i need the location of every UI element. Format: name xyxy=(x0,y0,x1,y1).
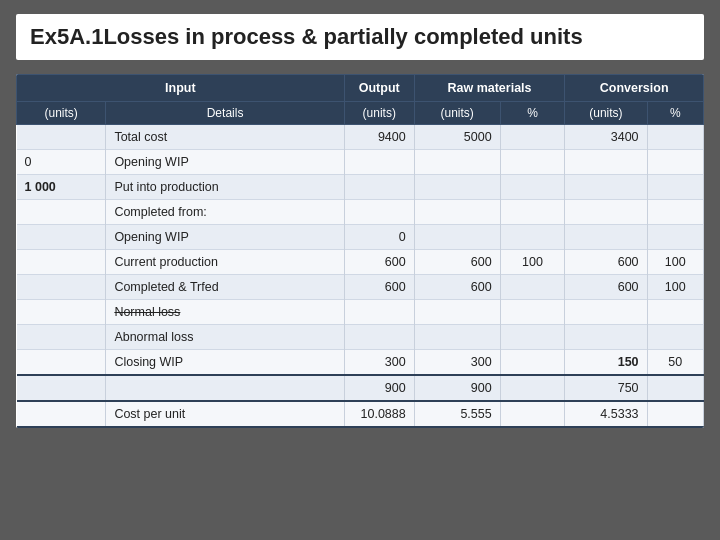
cell-conv-pct: 100 xyxy=(647,275,703,300)
cell-details: Completed & Trfed xyxy=(106,275,344,300)
cell-output xyxy=(344,300,414,325)
page-title: Ex5A.1Losses in process & partially comp… xyxy=(16,14,704,60)
cell-output: 600 xyxy=(344,250,414,275)
cell-raw-pct xyxy=(500,150,565,175)
cell-conv-pct xyxy=(647,401,703,427)
cell-details: Normal loss xyxy=(106,300,344,325)
cell-conv-units xyxy=(565,325,647,350)
cell-output: 10.0888 xyxy=(344,401,414,427)
cell-raw-pct xyxy=(500,175,565,200)
cell-raw-pct xyxy=(500,401,565,427)
cell-raw-units xyxy=(414,300,500,325)
cell-details: Total cost xyxy=(106,125,344,150)
subheader-raw-units: (units) xyxy=(414,102,500,125)
table-row: Completed & Trfed 600 600 600 100 xyxy=(17,275,704,300)
cell-conv-pct xyxy=(647,225,703,250)
cell-units: 1 000 xyxy=(17,175,106,200)
cell-raw-units xyxy=(414,325,500,350)
cell-raw-pct xyxy=(500,375,565,401)
subheader-output-units: (units) xyxy=(344,102,414,125)
cell-conv-units xyxy=(565,175,647,200)
table-row: Closing WIP 300 300 150 50 xyxy=(17,350,704,376)
table-row: 0 Opening WIP xyxy=(17,150,704,175)
cell-output: 300 xyxy=(344,350,414,376)
cell-raw-units: 5.555 xyxy=(414,401,500,427)
cell-raw-pct xyxy=(500,300,565,325)
table-row: Total cost 9400 5000 3400 xyxy=(17,125,704,150)
cell-details: Current production xyxy=(106,250,344,275)
col-input-header: Input xyxy=(17,75,345,102)
cell-units xyxy=(17,350,106,376)
cell-conv-pct xyxy=(647,200,703,225)
cell-units xyxy=(17,200,106,225)
cell-raw-units: 600 xyxy=(414,275,500,300)
cell-conv-units xyxy=(565,300,647,325)
cell-conv-pct xyxy=(647,150,703,175)
cell-conv-pct xyxy=(647,300,703,325)
table-row: Opening WIP 0 xyxy=(17,225,704,250)
cell-units xyxy=(17,300,106,325)
cell-details xyxy=(106,375,344,401)
cell-conv-units: 600 xyxy=(565,275,647,300)
table-row: 900 900 750 xyxy=(17,375,704,401)
normal-loss-label: Normal loss xyxy=(114,305,180,319)
cell-raw-pct xyxy=(500,350,565,376)
cell-raw-units xyxy=(414,175,500,200)
cell-raw-units: 600 xyxy=(414,250,500,275)
subheader-conv-pct: % xyxy=(647,102,703,125)
cell-conv-pct xyxy=(647,175,703,200)
cell-raw-pct xyxy=(500,200,565,225)
cell-conv-units: 3400 xyxy=(565,125,647,150)
cell-conv-units: 600 xyxy=(565,250,647,275)
cell-raw-pct xyxy=(500,275,565,300)
cell-conv-pct: 50 xyxy=(647,350,703,376)
cell-output: 900 xyxy=(344,375,414,401)
cell-raw-pct xyxy=(500,125,565,150)
cell-details: Cost per unit xyxy=(106,401,344,427)
cell-raw-units: 300 xyxy=(414,350,500,376)
cell-output: 9400 xyxy=(344,125,414,150)
cell-units xyxy=(17,225,106,250)
cell-output xyxy=(344,175,414,200)
cell-units xyxy=(17,375,106,401)
subheader-units: (units) xyxy=(17,102,106,125)
cell-raw-pct xyxy=(500,225,565,250)
cell-details: Abnormal loss xyxy=(106,325,344,350)
cell-raw-units xyxy=(414,150,500,175)
subheader-details: Details xyxy=(106,102,344,125)
table-wrapper: Input Output Raw materials Conversion (u… xyxy=(16,74,704,428)
cell-raw-pct: 100 xyxy=(500,250,565,275)
main-container: Ex5A.1Losses in process & partially comp… xyxy=(0,0,720,540)
cell-conv-pct: 100 xyxy=(647,250,703,275)
cell-conv-units: 150 xyxy=(565,350,647,376)
subheader-conv-units: (units) xyxy=(565,102,647,125)
cell-output: 0 xyxy=(344,225,414,250)
cell-details: Put into production xyxy=(106,175,344,200)
table-row: Current production 600 600 100 600 100 xyxy=(17,250,704,275)
cell-output: 600 xyxy=(344,275,414,300)
cell-units xyxy=(17,325,106,350)
cell-units xyxy=(17,275,106,300)
cell-conv-pct xyxy=(647,325,703,350)
cell-conv-units xyxy=(565,150,647,175)
cell-raw-units xyxy=(414,200,500,225)
col-conv-header: Conversion xyxy=(565,75,704,102)
cell-details: Completed from: xyxy=(106,200,344,225)
data-table: Input Output Raw materials Conversion (u… xyxy=(16,74,704,428)
table-row: 1 000 Put into production xyxy=(17,175,704,200)
cell-units: 0 xyxy=(17,150,106,175)
cell-raw-pct xyxy=(500,325,565,350)
subheader-raw-pct: % xyxy=(500,102,565,125)
cell-raw-units xyxy=(414,225,500,250)
cell-details: Closing WIP xyxy=(106,350,344,376)
cell-conv-units: 750 xyxy=(565,375,647,401)
cell-details: Opening WIP xyxy=(106,150,344,175)
cell-output xyxy=(344,200,414,225)
cell-units xyxy=(17,125,106,150)
cell-raw-units: 900 xyxy=(414,375,500,401)
cell-units xyxy=(17,401,106,427)
cell-conv-pct xyxy=(647,375,703,401)
cell-output xyxy=(344,150,414,175)
col-raw-header: Raw materials xyxy=(414,75,565,102)
table-row: Cost per unit 10.0888 5.555 4.5333 xyxy=(17,401,704,427)
